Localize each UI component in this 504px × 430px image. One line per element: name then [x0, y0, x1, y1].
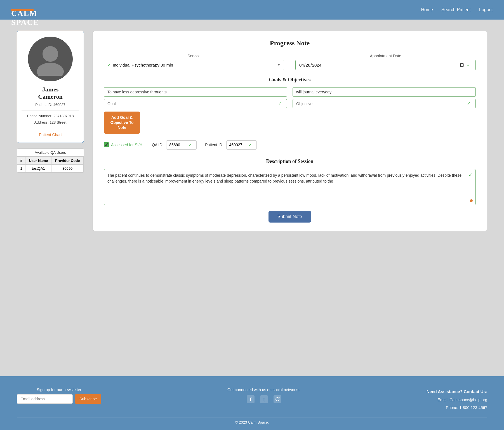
date-check-icon: ✓: [467, 62, 470, 68]
description-textarea-wrapper: ✓: [104, 169, 476, 205]
nav-search-patient[interactable]: Search Patient: [441, 7, 471, 12]
patient-id-field-label: Patient ID:: [205, 143, 223, 147]
sihi-label: Assessed for SI/HI: [111, 143, 143, 147]
contact-title: Need Assistance? Contact Us:: [427, 388, 487, 396]
patient-id-input-wrapper: ✓: [226, 140, 257, 150]
svg-text:t: t: [263, 397, 265, 402]
main-nav: Home Search Patient Logout: [421, 7, 493, 12]
patient-card: James Cameron Patient ID: 460027 Phone N…: [17, 31, 84, 143]
header: CALM SPACE Home Search Patient Logout: [0, 0, 504, 20]
goals-section-title: Goals & Objectives: [104, 77, 476, 83]
qa-table-wrapper: Available QA Users # User Name Provider …: [17, 148, 84, 173]
footer: Sign up for our newsletter Subscribe Get…: [0, 376, 504, 430]
goal-check-icon: ✓: [278, 101, 282, 106]
svg-text:f: f: [250, 397, 251, 402]
qa-id-input[interactable]: [169, 143, 186, 147]
table-row: 86690: [51, 165, 84, 173]
service-select-wrapper: ✓ Individual Psychotherapy 30 minIndivid…: [104, 60, 284, 70]
qa-col-providercode: Provider Code: [51, 157, 84, 165]
twitter-icon[interactable]: t: [260, 395, 268, 405]
social-icons: f t: [247, 395, 281, 405]
service-label: Service: [104, 54, 284, 58]
newsletter-label: Sign up for our newsletter: [17, 388, 101, 392]
footer-newsletter: Sign up for our newsletter Subscribe: [17, 388, 101, 404]
service-date-row: Service ✓ Individual Psychotherapy 30 mi…: [104, 54, 476, 70]
contact-email: Email: Calmspace@help.org: [427, 396, 487, 404]
footer-social: Get connected with us on social networks…: [227, 388, 300, 405]
sihi-checkbox-group: Assessed for SI/HI: [104, 142, 143, 147]
nav-home[interactable]: Home: [421, 7, 433, 12]
objective-column: Objective ✓: [293, 87, 476, 108]
qa-col-username: User Name: [25, 157, 51, 165]
goal-text-input[interactable]: [104, 87, 287, 97]
patient-chart-link[interactable]: Patient Chart: [39, 133, 62, 137]
description-check-icon: ✓: [468, 172, 473, 178]
patient-divider-2: [22, 128, 79, 128]
qa-table: # User Name Provider Code 1testQA186690: [17, 157, 84, 173]
qa-table-title: Available QA Users: [17, 149, 84, 157]
goal-dropdown[interactable]: Goal: [107, 101, 278, 106]
patient-name: James Cameron: [38, 86, 63, 100]
subscribe-button[interactable]: Subscribe: [75, 394, 101, 404]
description-textarea[interactable]: [107, 173, 472, 200]
date-input[interactable]: [299, 62, 465, 68]
goal-dropdown-wrapper: Goal ✓: [104, 99, 287, 108]
sihi-checkbox[interactable]: [104, 142, 109, 147]
qa-col-number: #: [17, 157, 25, 165]
main-content: James Cameron Patient ID: 460027 Phone N…: [0, 20, 504, 376]
appointment-date-label: Appointment Date: [295, 54, 476, 58]
table-row: 1: [17, 165, 25, 173]
objective-text-input[interactable]: [293, 87, 476, 97]
qa-id-input-wrapper: ✓: [166, 140, 197, 150]
nav-logout[interactable]: Logout: [479, 7, 493, 12]
patient-id-input[interactable]: [229, 143, 246, 147]
progress-note-title: Progress Note: [104, 39, 476, 47]
goals-row: Goal ✓ Objective ✓: [104, 87, 476, 108]
facebook-icon[interactable]: f: [247, 395, 255, 405]
sihi-row: Assessed for SI/HI QA ID: ✓ Patient ID: …: [104, 138, 476, 152]
footer-copyright: © 2023 Calm Space:: [17, 417, 487, 424]
objective-dropdown[interactable]: Objective: [296, 101, 467, 106]
service-group: Service ✓ Individual Psychotherapy 30 mi…: [104, 54, 284, 70]
newsletter-row: Subscribe: [17, 394, 101, 404]
contact-phone: Phone: 1-800-123-4567: [427, 404, 487, 412]
add-goal-button[interactable]: Add Goal & Objective To Note: [104, 112, 140, 134]
svg-point-1: [37, 63, 64, 76]
objective-check-icon: ✓: [467, 101, 470, 106]
avatar: [28, 37, 73, 81]
qa-id-label: QA ID:: [152, 143, 163, 147]
goal-column: Goal ✓: [104, 87, 287, 108]
patient-id-label: Patient ID: 460027: [35, 103, 65, 107]
svg-point-8: [279, 397, 279, 398]
description-dot-indicator: [470, 199, 473, 202]
service-select[interactable]: Individual Psychotherapy 30 minIndividua…: [113, 63, 277, 67]
instagram-icon[interactable]: [274, 395, 281, 405]
qa-id-group: QA ID: ✓: [152, 140, 197, 150]
submit-note-button[interactable]: Submit Note: [269, 211, 311, 223]
patient-phone: Phone Number: 2871397918: [27, 114, 74, 118]
footer-top: Sign up for our newsletter Subscribe Get…: [17, 388, 487, 412]
avatar-silhouette-icon: [34, 42, 67, 76]
svg-rect-6: [274, 395, 281, 403]
social-label: Get connected with us on social networks…: [227, 388, 300, 392]
patient-address: Address: 123 Street: [34, 120, 67, 124]
appointment-date-group: Appointment Date ✓: [295, 54, 476, 70]
objective-dropdown-wrapper: Objective ✓: [293, 99, 476, 108]
description-title: Description of Session: [104, 159, 476, 164]
qa-id-check-icon: ✓: [188, 142, 192, 148]
table-row: testQA1: [25, 165, 51, 173]
email-input[interactable]: [17, 394, 73, 404]
left-panel: James Cameron Patient ID: 460027 Phone N…: [17, 31, 84, 173]
svg-point-0: [43, 46, 58, 62]
date-input-wrapper: ✓: [295, 60, 476, 70]
service-chevron-icon: ▼: [277, 63, 281, 67]
patient-id-group: Patient ID: ✓: [205, 140, 256, 150]
progress-note-panel: Progress Note Service ✓ Individual Psych…: [92, 31, 487, 231]
app-logo: CALM SPACE: [11, 8, 34, 11]
footer-contact: Need Assistance? Contact Us: Email: Calm…: [427, 388, 487, 412]
patient-id-check-icon: ✓: [248, 142, 252, 148]
patient-divider: [22, 110, 79, 110]
service-check-icon: ✓: [107, 62, 111, 68]
